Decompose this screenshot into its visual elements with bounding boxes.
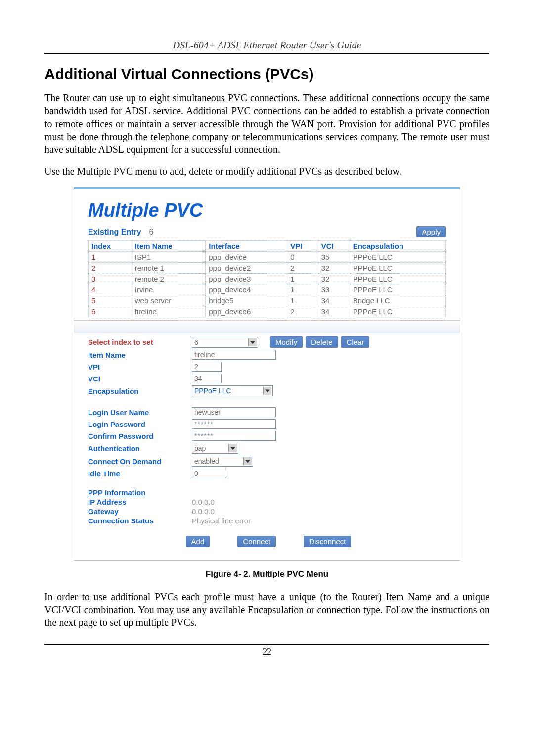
connect-on-demand-value: enabled	[194, 457, 219, 465]
figure-caption: Figure 4- 2. Multiple PVC Menu	[44, 569, 490, 579]
chevron-down-icon	[250, 341, 255, 344]
table-row: 3 remote 2 ppp_device3 1 32 PPPoE LLC	[89, 274, 446, 284]
table-row: 6 fireline ppp_device6 2 34 PPPoE LLC	[89, 306, 446, 317]
apply-button[interactable]: Apply	[416, 226, 446, 237]
col-vpi: VPI	[287, 241, 318, 252]
item-name-input[interactable]: fireline	[192, 350, 276, 360]
ip-value: 0.0.0.0	[192, 498, 215, 506]
pvc-table: Index Item Name Interface VPI VCI Encaps…	[88, 240, 446, 317]
encap-dropdown[interactable]: PPPoE LLC	[192, 385, 273, 396]
closing-paragraph: In order to use additional PVCs each pro…	[44, 590, 490, 629]
table-row: 5 web server bridge5 1 34 Bridge LLC	[89, 295, 446, 306]
connect-on-demand-dropdown[interactable]: enabled	[192, 456, 253, 467]
col-vci: VCI	[318, 241, 350, 252]
table-row: 2 remote 1 ppp_device2 2 32 PPPoE LLC	[89, 263, 446, 274]
connect-button[interactable]: Connect	[237, 536, 276, 547]
gateway-value: 0.0.0.0	[192, 507, 215, 516]
login-user-input[interactable]: newuser	[192, 407, 276, 417]
auth-value: pap	[194, 444, 206, 452]
col-index: Index	[89, 241, 132, 252]
page-number: 22	[263, 647, 271, 657]
idle-time-label: Idle Time	[88, 470, 192, 478]
table-header-row: Index Item Name Interface VPI VCI Encaps…	[89, 241, 446, 252]
auth-dropdown[interactable]: pap	[192, 443, 238, 454]
gateway-label: Gateway	[88, 507, 192, 516]
table-row: 1 ISP1 ppp_device 0 35 PPPoE LLC	[89, 252, 446, 263]
connect-on-demand-label: Connect On Demand	[88, 457, 192, 466]
encap-label: Encapsulation	[88, 387, 192, 395]
running-header: DSL-604+ ADSL Ethernet Router User's Gui…	[44, 40, 490, 54]
encap-value: PPPoE LLC	[194, 387, 231, 395]
login-password-input[interactable]: ******	[192, 419, 276, 429]
item-name-label: Item Name	[88, 351, 192, 359]
chevron-down-icon	[230, 447, 235, 450]
select-index-value: 6	[194, 338, 198, 346]
select-index-dropdown[interactable]: 6	[192, 337, 258, 348]
clear-button[interactable]: Clear	[341, 336, 370, 348]
delete-button[interactable]: Delete	[306, 336, 338, 348]
disconnect-button[interactable]: Disconnect	[304, 536, 351, 547]
panel-title: Multiple PVC	[88, 200, 203, 221]
intro-paragraph-1: The Router can use up to eight simultane…	[44, 92, 490, 156]
multiple-pvc-panel: Multiple PVC Existing Entry 6 Apply Inde…	[74, 187, 460, 561]
chevron-down-icon	[265, 390, 270, 393]
col-item: Item Name	[132, 241, 205, 252]
vpi-input[interactable]: 2	[192, 362, 222, 372]
chevron-down-icon	[245, 460, 250, 463]
table-row: 4 Irvine ppp_device4 1 33 PPPoE LLC	[89, 284, 446, 295]
confirm-password-label: Confirm Password	[88, 432, 192, 440]
section-title: Additional Virtual Connections (PVCs)	[44, 66, 490, 83]
vci-label: VCI	[88, 375, 192, 383]
modify-button[interactable]: Modify	[270, 336, 303, 348]
existing-entry-count: 6	[149, 228, 154, 236]
vci-input[interactable]: 34	[192, 374, 222, 383]
confirm-password-input[interactable]: ******	[192, 431, 276, 441]
connection-status-label: Connection Status	[88, 517, 192, 525]
idle-time-input[interactable]: 0	[192, 469, 226, 478]
vpi-label: VPI	[88, 363, 192, 371]
ip-label: IP Address	[88, 498, 192, 506]
auth-label: Authentication	[88, 444, 192, 453]
col-iface: Interface	[206, 241, 287, 252]
login-password-label: Login Password	[88, 420, 192, 428]
login-user-label: Login User Name	[88, 408, 192, 417]
select-index-label: Select index to set	[88, 338, 192, 346]
intro-paragraph-2: Use the Multiple PVC menu to add, delete…	[44, 165, 490, 178]
connection-status-value: Physical line error	[192, 517, 251, 525]
existing-entry-label: Existing Entry	[88, 228, 141, 236]
panel-separator	[74, 320, 460, 333]
add-button[interactable]: Add	[186, 536, 210, 547]
ppp-info-heading: PPP Information	[88, 488, 446, 497]
col-encap: Encapsulation	[350, 241, 445, 252]
